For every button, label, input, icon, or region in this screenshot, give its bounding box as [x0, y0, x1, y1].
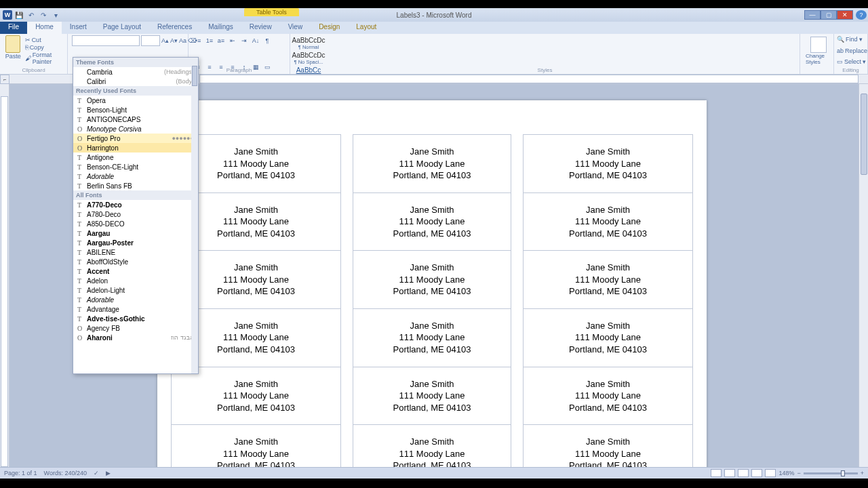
spellcheck-icon[interactable]: ✓: [94, 470, 99, 476]
maximize-button[interactable]: ▢: [821, 10, 837, 20]
zoom-value[interactable]: 148%: [778, 470, 794, 476]
label-cell[interactable]: Jane Smith111 Moody LanePortland, ME 041…: [353, 192, 511, 251]
font-item-fertigopro[interactable]: OFertigo Pro●●●●●●: [73, 134, 198, 143]
draft-view[interactable]: [765, 469, 776, 477]
font-item-berlinsansfb[interactable]: TBerlin Sans FB: [73, 181, 198, 190]
close-button[interactable]: ✕: [837, 10, 853, 20]
zoom-in-icon[interactable]: +: [861, 470, 864, 476]
style-nospaci[interactable]: AaBbCcDc¶ No Spaci...: [293, 50, 324, 65]
word-count[interactable]: Words: 240/240: [44, 470, 87, 476]
label-cell[interactable]: Jane Smith111 Moody LanePortland, ME 041…: [353, 425, 511, 467]
grow-font-icon[interactable]: A▴: [161, 35, 169, 46]
font-size-combo[interactable]: [141, 35, 160, 46]
outline-view[interactable]: [751, 469, 762, 477]
select-button[interactable]: ▭ Select ▾: [837, 58, 865, 66]
label-cell[interactable]: Jane Smith111 Moody LanePortland, ME 041…: [524, 308, 693, 367]
tab-stop-selector[interactable]: ⌐: [0, 75, 9, 84]
macro-icon[interactable]: ▶: [106, 470, 111, 476]
scrollbar-thumb[interactable]: [861, 94, 867, 175]
sort-icon[interactable]: A↓: [250, 35, 261, 46]
increase-indent-icon[interactable]: ⇥: [239, 35, 250, 46]
page[interactable]: Jane Smith111 Moody LanePortland, ME 041…: [157, 100, 707, 467]
cut-button[interactable]: ✂ Cut: [24, 37, 63, 43]
label-cell[interactable]: Jane Smith111 Moody LanePortland, ME 041…: [524, 192, 693, 251]
label-cell[interactable]: Jane Smith111 Moody LanePortland, ME 041…: [353, 135, 511, 193]
font-item-a780deco[interactable]: TA780-Deco: [73, 209, 198, 219]
vertical-ruler[interactable]: [0, 84, 9, 467]
font-item-adorable[interactable]: TAdorable: [73, 171, 198, 181]
font-item-adelonlight[interactable]: TAdelon-Light: [73, 285, 198, 295]
undo-icon[interactable]: ↶: [26, 9, 37, 20]
tab-insert[interactable]: Insert: [62, 22, 95, 34]
font-item-abilene[interactable]: TABILENE: [73, 247, 198, 257]
font-item-aargauposter[interactable]: TAargau-Poster: [73, 238, 198, 247]
label-cell[interactable]: Jane Smith111 Moody LanePortland, ME 041…: [524, 425, 693, 467]
label-cell[interactable]: Jane Smith111 Moody LanePortland, ME 041…: [353, 308, 511, 367]
tab-review[interactable]: Review: [241, 22, 280, 34]
change-styles-button[interactable]: Change Styles: [804, 35, 833, 66]
tab-design[interactable]: Design: [311, 22, 348, 34]
bullets-icon[interactable]: •≡: [193, 35, 203, 46]
label-cell[interactable]: Jane Smith111 Moody LanePortland, ME 041…: [353, 367, 511, 425]
numbering-icon[interactable]: 1≡: [204, 35, 215, 46]
font-item-accent[interactable]: TAccent: [73, 266, 198, 276]
label-cell[interactable]: Jane Smith111 Moody LanePortland, ME 041…: [353, 251, 511, 309]
font-item-aboffoldstyle[interactable]: TAboffOldStyle: [73, 257, 198, 266]
font-item-monotypecorsiva[interactable]: OMonotype Corsiva: [73, 124, 198, 134]
tab-file[interactable]: File: [0, 22, 27, 34]
label-cell[interactable]: Jane Smith111 Moody LanePortland, ME 041…: [524, 367, 693, 425]
tab-view[interactable]: View: [280, 22, 311, 34]
page-status[interactable]: Page: 1 of 1: [4, 470, 37, 476]
label-cell[interactable]: Jane Smith111 Moody LanePortland, ME 041…: [172, 367, 341, 425]
multilevel-icon[interactable]: a≡: [216, 35, 226, 46]
full-screen-view[interactable]: [724, 469, 735, 477]
zoom-out-icon[interactable]: −: [797, 470, 800, 476]
font-item-bensoncelight[interactable]: TBenson-CE-Light: [73, 162, 198, 171]
replace-button[interactable]: ab Replace: [837, 47, 865, 55]
web-layout-view[interactable]: [738, 469, 749, 477]
minimize-button[interactable]: —: [804, 10, 821, 20]
font-item-antigone[interactable]: TAntigone: [73, 152, 198, 162]
font-item-aharoni[interactable]: OAharoniאבגד הוז: [73, 333, 198, 342]
copy-button[interactable]: ⎘ Copy: [24, 44, 63, 51]
font-combo[interactable]: [72, 35, 140, 46]
decrease-indent-icon[interactable]: ⇤: [227, 35, 238, 46]
font-item-a850deco[interactable]: TA850-DECO: [73, 219, 198, 228]
tab-page-layout[interactable]: Page Layout: [95, 22, 149, 34]
tab-mailings[interactable]: Mailings: [200, 22, 241, 34]
print-layout-view[interactable]: [711, 469, 722, 477]
label-cell[interactable]: Jane Smith111 Moody LanePortland, ME 041…: [172, 425, 341, 467]
font-menu-scrollbar[interactable]: [191, 58, 198, 373]
font-item-opera[interactable]: TOpera: [73, 96, 198, 105]
vertical-scrollbar[interactable]: [859, 84, 868, 467]
zoom-slider[interactable]: [804, 472, 858, 474]
change-case-icon[interactable]: Aa: [179, 35, 186, 46]
tab-references[interactable]: References: [149, 22, 200, 34]
tab-home[interactable]: Home: [27, 22, 62, 34]
shrink-font-icon[interactable]: A▾: [170, 35, 178, 46]
style-normal[interactable]: AaBbCcDc¶ Normal: [293, 35, 324, 50]
font-item-harrington[interactable]: OHarrington: [73, 143, 198, 152]
qat-dropdown-icon[interactable]: ▾: [50, 9, 61, 20]
paste-button[interactable]: Paste: [4, 35, 22, 65]
font-item-agencyfb[interactable]: OAgency FB: [73, 323, 198, 333]
label-cell[interactable]: Jane Smith111 Moody LanePortland, ME 041…: [524, 135, 693, 193]
save-icon[interactable]: 💾: [14, 9, 24, 20]
font-item-antigonecaps[interactable]: TANTIGONECAPS: [73, 115, 198, 124]
find-button[interactable]: 🔍 Find ▾: [837, 35, 865, 43]
font-item-a770deco[interactable]: TA770-Deco: [73, 200, 198, 209]
font-item-advetisesgothic[interactable]: TAdve-tise-sGothic: [73, 314, 198, 323]
font-item-calibri[interactable]: Calibri(Body): [73, 77, 198, 86]
redo-icon[interactable]: ↷: [38, 9, 49, 20]
font-item-advantage[interactable]: TAdvantage: [73, 304, 198, 314]
show-marks-icon[interactable]: ¶: [262, 35, 273, 46]
font-item-adorable[interactable]: TAdorable: [73, 295, 198, 304]
help-button[interactable]: ?: [856, 10, 867, 20]
font-item-aargau[interactable]: TAargau: [73, 228, 198, 238]
tab-layout[interactable]: Layout: [348, 22, 384, 34]
format-painter-button[interactable]: 🖌 Format Painter: [24, 52, 63, 65]
font-item-bensonlight[interactable]: TBenson-Light: [73, 105, 198, 115]
font-item-cambria[interactable]: Cambria(Headings): [73, 67, 198, 77]
label-cell[interactable]: Jane Smith111 Moody LanePortland, ME 041…: [524, 251, 693, 309]
font-item-adelon[interactable]: TAdelon: [73, 276, 198, 285]
